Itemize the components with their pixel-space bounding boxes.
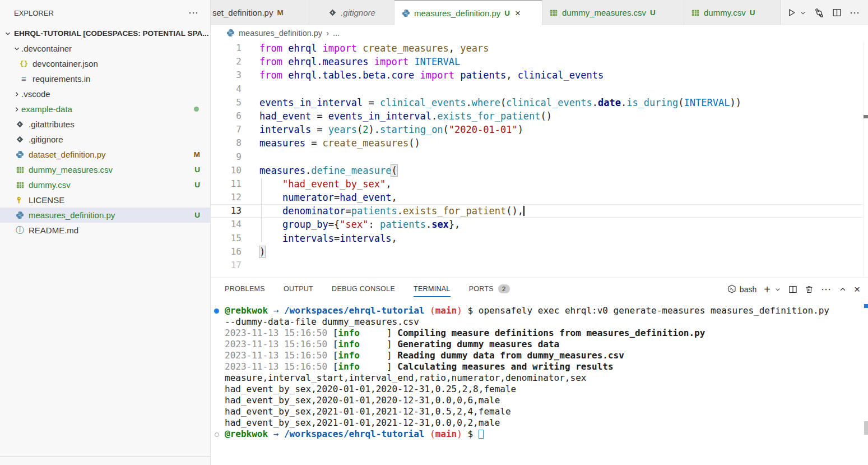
terminal-output[interactable]: @rebkwok → /workspaces/ehrql-tutorial (m… bbox=[211, 305, 862, 440]
code-line[interactable]: 4 bbox=[211, 82, 863, 96]
editor-tab[interactable]: dummy.csvU bbox=[684, 0, 781, 25]
readme-icon: ⓘ bbox=[15, 225, 25, 235]
breadcrumb-more[interactable]: ... bbox=[333, 29, 340, 38]
command-executed-decoration bbox=[214, 309, 219, 314]
line-number: 14 bbox=[211, 218, 242, 231]
outline-section-header[interactable]: OUTLINE bbox=[0, 456, 210, 465]
line-number: 8 bbox=[211, 136, 242, 150]
json-icon: {} bbox=[19, 59, 29, 68]
tree-item[interactable]: example-data bbox=[0, 102, 210, 117]
tree-item[interactable]: {}devcontainer.json bbox=[0, 56, 210, 71]
ruler-marker bbox=[864, 115, 868, 118]
code-text: numerator=had_event, bbox=[242, 191, 397, 204]
panel-tab-ports[interactable]: PORTS2 bbox=[469, 278, 510, 301]
editor-more-actions-icon[interactable]: ⋯ bbox=[850, 10, 860, 16]
maximize-panel-chevron-icon[interactable] bbox=[839, 286, 847, 293]
csv-icon bbox=[15, 165, 25, 174]
line-number: 4 bbox=[211, 82, 242, 96]
code-line[interactable]: 17 bbox=[211, 259, 863, 272]
git-status-badge: U bbox=[194, 181, 200, 189]
new-terminal-icon[interactable]: + bbox=[764, 283, 770, 296]
code-line[interactable]: 10measures.define_measure( bbox=[211, 164, 863, 177]
git-status-badge: M bbox=[194, 150, 200, 159]
file-label: dummy.csv bbox=[29, 180, 71, 190]
code-line[interactable]: 1from ehrql import create_measures, year… bbox=[211, 42, 863, 55]
code-line[interactable]: 8measures = create_measures() bbox=[211, 136, 863, 150]
close-panel-icon[interactable]: × bbox=[854, 283, 860, 296]
tree-item[interactable]: .devcontainer bbox=[0, 41, 210, 56]
tree-item[interactable]: LICENSE bbox=[0, 192, 210, 208]
line-number: 16 bbox=[211, 245, 242, 259]
tree-item[interactable]: dummy_measures.csvU bbox=[0, 162, 210, 177]
panel-tab-debug-console[interactable]: DEBUG CONSOLE bbox=[332, 278, 395, 301]
breadcrumb[interactable]: measures_definition.py › ... bbox=[211, 25, 868, 40]
editor-tab[interactable]: .gitignore bbox=[309, 0, 394, 25]
code-line[interactable]: 3from ehrql.tables.beta.core import pati… bbox=[211, 68, 863, 82]
code-text: measures = create_measures() bbox=[242, 136, 420, 150]
panel-tab-terminal[interactable]: TERMINAL bbox=[414, 278, 451, 301]
line-number: 13 bbox=[211, 205, 242, 217]
code-line[interactable]: 15 intervals=intervals, bbox=[211, 232, 863, 245]
code-line[interactable]: 16) bbox=[211, 245, 863, 259]
line-number: 15 bbox=[211, 232, 242, 245]
workspace-root-folder[interactable]: EHRQL-TUTORIAL [CODESPACES: POTENTIAL SP… bbox=[0, 26, 210, 41]
split-terminal-icon[interactable] bbox=[788, 285, 797, 294]
code-text: from ehrql.tables.beta.core import patie… bbox=[242, 68, 604, 82]
chevron-right-icon bbox=[12, 90, 21, 99]
tree-item[interactable]: ⓘREADME.md bbox=[0, 223, 210, 238]
tree-item[interactable]: measures_definition.pyU bbox=[0, 208, 210, 223]
code-line[interactable]: 9 bbox=[211, 150, 863, 164]
overview-ruler[interactable] bbox=[864, 42, 868, 277]
breadcrumb-file[interactable]: measures_definition.py bbox=[239, 29, 322, 38]
panel-tab-label: TERMINAL bbox=[414, 285, 451, 293]
open-changes-icon[interactable] bbox=[814, 8, 824, 18]
code-line[interactable]: 13 denominator=patients.exists_for_patie… bbox=[211, 204, 863, 218]
code-text: intervals = years(2).starting_on("2020-0… bbox=[242, 123, 523, 136]
code-line[interactable]: 2from ehrql.measures import INTERVAL bbox=[211, 55, 863, 68]
line-number: 1 bbox=[211, 42, 242, 55]
csv-icon bbox=[549, 8, 558, 17]
code-line[interactable]: 12 numerator=had_event, bbox=[211, 191, 863, 204]
git-status-badge: U bbox=[194, 211, 200, 219]
terminal-scrollbar[interactable] bbox=[864, 421, 868, 435]
shell-selector[interactable]: bash bbox=[727, 284, 756, 295]
editor-group: set_definition.pyM.gitignoremeasures_def… bbox=[211, 0, 868, 465]
code-line[interactable]: 5events_in_interval = clinical_events.wh… bbox=[211, 96, 863, 109]
explorer-more-icon[interactable]: ⋯ bbox=[188, 10, 199, 16]
panel-tab-label: PORTS bbox=[469, 285, 494, 293]
tree-item[interactable]: .gitignore bbox=[0, 132, 210, 147]
panel-tab-output[interactable]: OUTPUT bbox=[284, 278, 313, 301]
line-number: 11 bbox=[211, 177, 242, 191]
editor-tab[interactable]: dummy_measures.csvU bbox=[542, 0, 684, 25]
code-line[interactable]: 11 "had_event_by_sex", bbox=[211, 177, 863, 191]
code-line[interactable]: 14 group_by={"sex": patients.sex}, bbox=[211, 218, 863, 231]
code-line[interactable]: 7intervals = years(2).starting_on("2020-… bbox=[211, 123, 863, 136]
tree-item[interactable]: .gitattributes bbox=[0, 117, 210, 132]
code-lines: 1from ehrql import create_measures, year… bbox=[211, 42, 863, 272]
terminal-dropdown-chevron-icon[interactable] bbox=[774, 286, 781, 293]
breadcrumb-separator: › bbox=[326, 29, 329, 38]
editor-tab[interactable]: set_definition.pyM bbox=[211, 0, 309, 25]
close-tab-icon[interactable]: × bbox=[515, 8, 521, 18]
code-text: had_event = events_in_interval.exists_fo… bbox=[242, 109, 552, 123]
editor-actions: ⋯ bbox=[781, 0, 868, 25]
kill-terminal-trash-icon[interactable] bbox=[805, 285, 814, 294]
panel-tab-problems[interactable]: PROBLEMS bbox=[225, 278, 265, 301]
text-cursor bbox=[523, 206, 524, 216]
tree-item[interactable]: .vscode bbox=[0, 86, 210, 102]
panel-more-actions-icon[interactable]: ⋯ bbox=[821, 287, 832, 292]
split-editor-icon[interactable] bbox=[832, 8, 842, 17]
terminal-cursor bbox=[479, 430, 484, 439]
line-number: 5 bbox=[211, 96, 242, 109]
tree-item[interactable]: dataset_definition.pyM bbox=[0, 147, 210, 162]
code-line[interactable]: 6had_event = events_in_interval.exists_f… bbox=[211, 109, 863, 123]
tree-item[interactable]: ≡requirements.in bbox=[0, 71, 210, 86]
editor-tab[interactable]: measures_definition.pyU× bbox=[394, 0, 542, 25]
csv-icon bbox=[691, 8, 700, 17]
run-python-file-button[interactable] bbox=[787, 8, 796, 17]
command-pending-decoration bbox=[215, 432, 219, 437]
run-dropdown-chevron-icon[interactable] bbox=[800, 10, 806, 16]
panel-tab-label: DEBUG CONSOLE bbox=[332, 285, 395, 293]
tree-item[interactable]: dummy.csvU bbox=[0, 177, 210, 192]
code-editor[interactable]: 1from ehrql import create_measures, year… bbox=[211, 40, 868, 278]
